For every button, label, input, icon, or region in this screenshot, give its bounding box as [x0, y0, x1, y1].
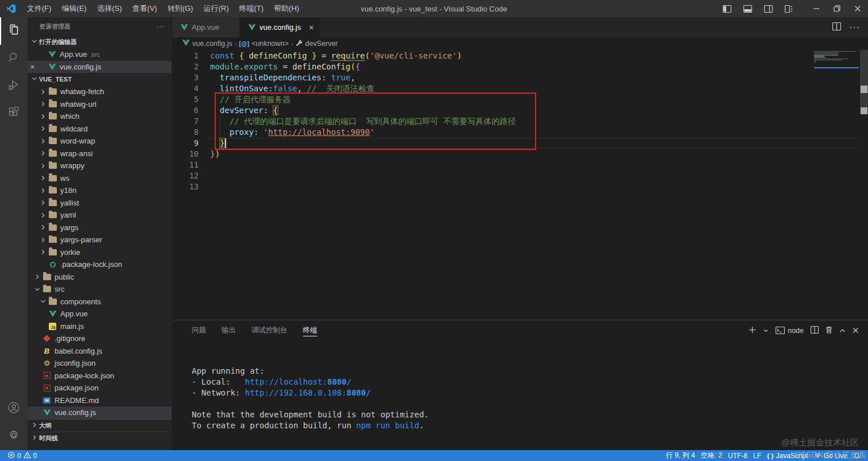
close-icon[interactable]: ×: [28, 63, 37, 71]
sidebar-item-run-debug[interactable]: [0, 72, 28, 100]
menu-item[interactable]: 运行(R): [198, 0, 234, 17]
tree-item-.gitignore[interactable]: .gitignore: [28, 332, 172, 345]
language-mode-status[interactable]: { } JavaScript: [764, 450, 811, 461]
chevron-right-icon: [38, 113, 48, 121]
open-editor-item[interactable]: ×vue.config.js: [28, 61, 172, 73]
chevron-right-icon: [38, 137, 48, 145]
terminal-shell-picker[interactable]: node: [776, 327, 804, 335]
tree-item-wrappy[interactable]: wrappy: [28, 160, 172, 172]
sidebar-item-search[interactable]: [0, 45, 28, 72]
menu-item[interactable]: 文件(F): [22, 0, 57, 17]
panel-tab-输出[interactable]: 输出: [222, 320, 236, 340]
terminal-output[interactable]: App running at:- Local: http://localhost…: [172, 340, 868, 450]
kill-terminal-icon[interactable]: [826, 326, 832, 336]
tree-item-babel.config.js[interactable]: Bbabel.config.js: [28, 345, 172, 358]
go-live-button[interactable]: Go Live: [811, 450, 850, 461]
tree-item-yallist[interactable]: yallist: [28, 197, 172, 210]
editor-scrollbar[interactable]: [860, 50, 868, 320]
tree-item-whatwg-fetch[interactable]: whatwg-fetch: [28, 86, 172, 98]
sidebar-item-extensions[interactable]: [0, 100, 28, 127]
line-number: 11: [172, 160, 199, 171]
vue-file-icon: [182, 39, 190, 48]
tree-item-which[interactable]: which: [28, 110, 172, 123]
tree-item-yargs-parser[interactable]: yargs-parser: [28, 234, 172, 246]
tree-item-word-wrap[interactable]: word-wrap: [28, 135, 172, 148]
restore-icon[interactable]: [827, 0, 847, 17]
settings-button[interactable]: [0, 423, 28, 450]
close-panel-icon[interactable]: [852, 326, 859, 336]
account-button[interactable]: [0, 395, 28, 423]
cursor-position-status[interactable]: 行 9, 列 4: [663, 450, 698, 461]
tree-item-label: whatwg-fetch: [60, 87, 104, 96]
scrollbar-slider[interactable]: [860, 50, 868, 107]
menu-item[interactable]: 帮助(H): [269, 0, 304, 17]
code-editor[interactable]: 1const { defineConfig } = require('@vue/…: [172, 50, 868, 320]
panel-tab-问题[interactable]: 问题: [192, 320, 206, 340]
tree-item-whatwg-url[interactable]: whatwg-url: [28, 98, 172, 111]
encoding-status[interactable]: UTF-8: [725, 450, 750, 461]
open-editor-item[interactable]: App.vuesrc: [28, 48, 172, 61]
tree-item-yaml[interactable]: yaml: [28, 209, 172, 222]
indentation-status[interactable]: 空格: 2: [698, 450, 725, 461]
tree-item-src[interactable]: src: [28, 283, 172, 296]
menu-item[interactable]: 选择(S): [92, 0, 127, 17]
tree-item-App.vue[interactable]: App.vue: [28, 308, 172, 320]
tree-item-README.md[interactable]: MREADME.md: [28, 394, 172, 407]
panel-tab-终端[interactable]: 终端: [303, 320, 317, 340]
new-terminal-icon[interactable]: [749, 326, 756, 336]
menu-item[interactable]: 编辑(E): [57, 0, 92, 17]
breadcrumb-item[interactable]: vue.config.js: [182, 39, 232, 48]
tree-item-ws[interactable]: ws: [28, 172, 172, 185]
minimize-icon[interactable]: [806, 0, 827, 17]
tree-item-yorkie[interactable]: yorkie: [28, 246, 172, 259]
menu-item[interactable]: 查看(V): [127, 0, 162, 17]
close-icon[interactable]: [847, 0, 868, 17]
tree-item-label: yargs: [60, 223, 79, 232]
tab-vue.config.js[interactable]: vue.config.js×: [240, 17, 320, 37]
sidebar-section-时间线[interactable]: 时间线: [28, 432, 172, 444]
tree-item-jsconfig.json[interactable]: ⚙jsconfig.json: [28, 357, 172, 370]
tree-item-y18n[interactable]: y18n: [28, 184, 172, 197]
tree-item-package-lock.json[interactable]: npackage-lock.json: [28, 370, 172, 382]
breadcrumb-item[interactable]: [@]<unknown>: [239, 40, 289, 48]
notifications-bell-icon[interactable]: [850, 450, 863, 461]
eol-status[interactable]: LF: [750, 450, 764, 461]
folder-file-icon: [48, 112, 57, 121]
open-editors-header[interactable]: 打开的编辑器: [28, 36, 172, 48]
close-icon[interactable]: ×: [309, 23, 313, 32]
tree-item-yargs[interactable]: yargs: [28, 222, 172, 234]
tree-item-package.json[interactable]: npackage.json: [28, 382, 172, 394]
tree-item-.package-lock.json[interactable]: .package-lock.json: [28, 258, 172, 271]
chevron-down-icon[interactable]: [763, 326, 769, 336]
problems-status[interactable]: 0 0: [5, 450, 40, 461]
panel-tab-调试控制台[interactable]: 调试控制台: [251, 320, 288, 340]
more-actions-icon[interactable]: ···: [157, 23, 165, 30]
menu-item[interactable]: 转到(G): [162, 0, 199, 17]
tree-item-main.js[interactable]: JSmain.js: [28, 320, 172, 333]
npm-file-icon: n: [42, 383, 52, 393]
debug-icon: [7, 78, 21, 94]
search-icon: [7, 51, 21, 67]
sidebar-section-大纲[interactable]: 大纲: [28, 419, 172, 432]
split-editor-icon[interactable]: [832, 22, 841, 33]
layout-sidebar-right-icon[interactable]: [758, 0, 778, 17]
sidebar-item-explorer[interactable]: [0, 17, 28, 45]
layout-panel-icon[interactable]: [737, 0, 758, 17]
layout-customize-icon[interactable]: [778, 0, 799, 17]
tree-item-public[interactable]: public: [28, 271, 172, 284]
menu-item[interactable]: 终端(T): [234, 0, 269, 17]
project-root-header[interactable]: VUE_TEST: [28, 73, 172, 86]
more-actions-icon[interactable]: ···: [849, 22, 860, 33]
chevron-right-icon: [38, 223, 48, 231]
maximize-panel-icon[interactable]: [839, 326, 846, 336]
open-editor-label: vue.config.js: [60, 63, 101, 71]
split-terminal-icon[interactable]: [811, 326, 819, 336]
tree-item-components[interactable]: components: [28, 296, 172, 308]
terminal-line: [192, 398, 868, 409]
tree-item-vue.config.js[interactable]: vue.config.js: [28, 406, 172, 419]
tree-item-wildcard[interactable]: wildcard: [28, 123, 172, 135]
tree-item-wrap-ansi[interactable]: wrap-ansi: [28, 148, 172, 160]
tab-App.vue[interactable]: App.vue: [172, 17, 240, 37]
breadcrumb-item[interactable]: devServer: [296, 39, 338, 48]
layout-sidebar-left-icon[interactable]: [716, 0, 737, 17]
